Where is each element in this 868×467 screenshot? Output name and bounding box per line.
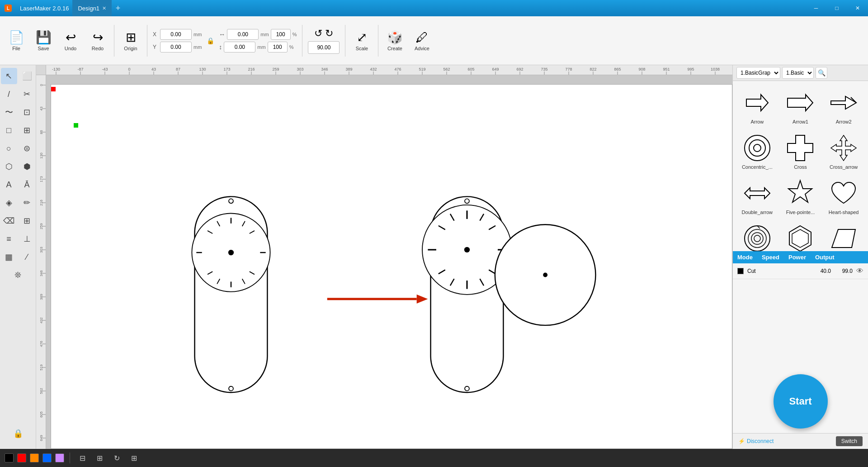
shape-parallelogram[interactable]: Parallelogram [824,221,863,251]
scale-button[interactable]: ⤢ Scale [349,28,374,53]
rotate-right-button[interactable]: ↻ [325,28,333,39]
x-input[interactable] [160,29,192,40]
shape-arrow1[interactable]: Arrow1 [781,86,821,127]
redo-button[interactable]: ↪ Redo [85,28,110,53]
fill-tool-button[interactable]: ◈ [1,195,17,211]
width-input[interactable] [227,29,259,40]
special-tools-row: ❊ [10,267,26,283]
color-orange[interactable] [30,453,39,462]
rotate-left-button[interactable]: ↺ [314,28,322,39]
add-tab-button[interactable]: + [112,2,124,14]
shape-heart[interactable]: Heart-shaped [824,176,863,218]
layer-tool-button[interactable]: ≡ [1,231,17,247]
align-tool-button[interactable]: ⊟ [75,451,89,465]
shape-cross-arrow[interactable]: Cross_arrow [824,131,863,172]
design-canvas[interactable] [51,85,732,448]
active-tab[interactable]: Design1 ✕ [72,0,112,16]
shape-double-arrow[interactable]: Double_arrow [737,176,777,218]
close-button[interactable]: ✕ [847,0,868,16]
canvas-inner[interactable] [51,84,732,449]
svg-point-129 [464,247,470,253]
shape-search-button[interactable]: 🔍 [816,67,827,79]
arrow-shape-preview [743,88,772,117]
fill-tools-row: ◈ ✏ [1,195,35,211]
rect-tool-button[interactable]: □ [1,122,17,138]
start-button[interactable]: Start [774,374,828,429]
svg-point-148 [754,235,760,242]
shape-helical[interactable]: Helical_line [737,221,777,251]
origin-button[interactable]: ⊞ Origin [118,28,143,53]
line-tool-button[interactable]: / [1,86,17,102]
color-purple[interactable] [55,453,64,462]
close-tab-button[interactable]: ✕ [102,5,106,11]
layer-color-0[interactable] [737,268,744,274]
create-button[interactable]: 🎲 Create [382,28,407,53]
y-input[interactable] [160,42,192,52]
svg-text:476: 476 [394,67,401,71]
shape-cross[interactable]: Cross [781,131,821,172]
slice-tool-button[interactable]: ∕ [19,249,35,265]
shape-arrow[interactable]: Arrow [737,86,777,127]
switch-button[interactable]: Switch [836,436,863,446]
offset-tool-button[interactable]: ⊡ [19,104,35,120]
right-circle-group[interactable] [495,224,596,325]
rotate-group: ↺ ↻ [308,28,340,54]
file-button[interactable]: 📄 File [4,28,29,53]
rotate-input[interactable] [308,41,340,54]
height-input[interactable] [224,42,255,52]
select-tool-button[interactable]: ↖ [1,68,17,84]
y-label: Y [153,44,158,50]
disconnect-button[interactable]: ⚡ Disconnect [738,438,774,444]
ellipse-offset-tool-button[interactable]: ⊜ [19,140,35,157]
shape-category-dropdown-2[interactable]: 1.Basic [782,67,814,79]
grid-tool-button[interactable]: ⊞ [127,451,141,465]
advice-button[interactable]: 🖊 Advice [409,28,434,53]
array-tool-button[interactable]: ⊞ [19,122,35,138]
edit-tool-button[interactable]: ✏ [19,195,35,211]
text-tool-button[interactable]: A [1,176,17,193]
concentric-shape-preview [743,133,772,162]
shape-five-pointed[interactable]: Five-pointe... [781,176,821,218]
svg-text:778: 778 [565,67,572,71]
curve-tool-button[interactable]: 〜 [1,104,17,120]
refresh-tool-button[interactable]: ↻ [110,451,123,465]
layer-visibility-0[interactable]: 👁 [856,267,863,275]
left-capsule-group[interactable] [192,196,270,392]
arrow1-shape-preview [786,88,815,117]
node-tool-button[interactable]: ⬜ [19,68,35,84]
group-tool-button[interactable]: ⊞ [19,213,35,229]
color-blue[interactable] [42,453,52,462]
shape-category-dropdown-1[interactable]: 1.BasicGrap [736,67,780,79]
polygon2-tool-button[interactable]: ⬢ [19,158,35,175]
canvas[interactable] [46,75,732,449]
trim-tool-button[interactable]: ✂ [19,86,35,102]
eraser-tool-button[interactable]: ⌫ [1,213,17,229]
red-arrow[interactable] [327,295,428,304]
polygon-tools-row: ⬡ ⬢ [1,158,35,175]
polygon-tool-button[interactable]: ⬡ [1,158,17,175]
shape-concentric[interactable]: Concentric_... [737,131,777,172]
left-tool-panel: ↖ ⬜ / ✂ 〜 ⊡ □ ⊞ ○ ⊜ ⬡ ⬢ A Ā ◈ ✏ [0,65,36,449]
color-red[interactable] [17,453,26,462]
lock-button[interactable]: 🔒 [10,425,26,442]
svg-marker-144 [788,181,812,202]
lock-ratio-button[interactable]: 🔒 [205,36,215,46]
color-black[interactable] [5,453,14,462]
align2-tool-button[interactable]: ⊥ [19,231,35,247]
special-tool-button[interactable]: ❊ [10,267,26,283]
h-row: ↕ mm % [219,42,297,52]
shape-arrow2[interactable]: Arrow2 [824,86,863,127]
canvas-area[interactable]: -130-87-43043871301732162593033463894324… [36,65,732,449]
height-pct-input[interactable] [268,42,288,52]
shape-hexagonal[interactable]: Hexagonal_... [781,221,821,251]
maximize-button[interactable]: □ [826,0,847,16]
table-tool-button[interactable]: ▦ [1,249,17,265]
save-button[interactable]: 💾 Save [31,28,56,53]
svg-marker-114 [417,295,428,304]
ellipse-tool-button[interactable]: ○ [1,140,17,157]
distribute-tool-button[interactable]: ⊞ [93,451,106,465]
text2-tool-button[interactable]: Ā [19,176,35,193]
undo-button[interactable]: ↩ Undo [58,28,83,53]
minimize-button[interactable]: ─ [806,0,826,16]
width-pct-input[interactable] [271,29,291,40]
